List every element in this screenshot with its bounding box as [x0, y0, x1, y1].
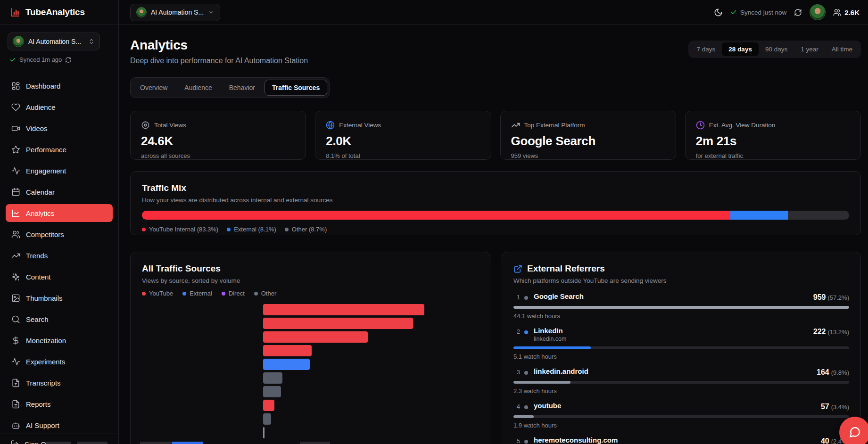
- sidebar-item-calendar[interactable]: Calendar: [6, 183, 113, 201]
- sidebar-item-label: Analytics: [26, 209, 54, 217]
- user-avatar[interactable]: [810, 4, 826, 20]
- referrer-name[interactable]: Google Search: [534, 292, 813, 300]
- traffic-sources-subtitle: Views by source, sorted by volume: [142, 277, 479, 284]
- range-all-time[interactable]: All time: [825, 42, 859, 56]
- tab-overview[interactable]: Overview: [132, 80, 175, 96]
- sidebar-item-monetization[interactable]: Monetization: [6, 331, 113, 349]
- sidebar-item-label: Thumbnails: [26, 294, 63, 302]
- source-bar-row: [142, 386, 479, 397]
- sidebar-item-videos[interactable]: Videos: [6, 119, 113, 137]
- users-icon: [833, 8, 841, 16]
- range-28-days[interactable]: 28 days: [722, 42, 759, 56]
- sidebar-item-thumbnails[interactable]: Thumbnails: [6, 289, 113, 307]
- mix-segment: [730, 211, 787, 220]
- topbar-channel-name: AI Automation S...: [151, 8, 204, 16]
- line-chart-icon: [11, 209, 20, 218]
- mix-legend-item: Other (8.7%): [285, 226, 327, 233]
- source-bar[interactable]: [263, 386, 281, 397]
- sidebar-item-experiments[interactable]: Experiments: [6, 353, 113, 370]
- referrer-dot: [524, 371, 528, 375]
- stat-note: for external traffic: [696, 152, 850, 159]
- stat-label: Ext. Avg. View Duration: [709, 122, 776, 129]
- source-bar-row: [142, 359, 479, 370]
- logo-bar-chart-icon: [9, 7, 21, 18]
- source-bar[interactable]: [263, 359, 310, 370]
- sidebar-item-label: Content: [26, 273, 51, 281]
- source-bar[interactable]: [263, 318, 413, 329]
- topbar-actions: Synced just now 2.6K: [714, 4, 860, 20]
- sidebar-item-label: Experiments: [26, 358, 65, 366]
- tab-audience[interactable]: Audience: [177, 80, 219, 96]
- app-name: TubeAnalytics: [25, 7, 85, 17]
- source-bar[interactable]: [263, 400, 274, 411]
- source-bar-row: [142, 331, 479, 343]
- sources-legend-item: YouTube: [142, 290, 173, 297]
- source-bar[interactable]: [263, 304, 424, 315]
- refresh-icon: [794, 8, 802, 16]
- source-bar-row: [142, 400, 479, 411]
- topbar: AI Automation S... Synced just now: [119, 0, 868, 25]
- legend-label: Direct: [229, 290, 245, 297]
- sidebar-item-analytics[interactable]: Analytics: [6, 204, 113, 222]
- dashboard-icon: [11, 82, 20, 90]
- sidebar-item-dashboard[interactable]: Dashboard: [6, 77, 113, 95]
- mix-segment: [788, 211, 849, 220]
- refresh-button[interactable]: [794, 8, 802, 16]
- source-bar[interactable]: [263, 427, 265, 438]
- mix-segment: [142, 211, 730, 220]
- file-text-icon: [11, 400, 20, 409]
- referrer-dot: [524, 296, 528, 300]
- legend-dot: [182, 292, 186, 296]
- sidebar-item-reports[interactable]: Reports: [6, 395, 113, 413]
- channel-avatar: [136, 7, 147, 17]
- legend-dot: [254, 292, 258, 296]
- source-bar[interactable]: [263, 372, 282, 384]
- sources-legend-item: External: [182, 290, 212, 297]
- range-1-year[interactable]: 1 year: [794, 42, 825, 56]
- sidebar-item-performance[interactable]: Performance: [6, 140, 113, 158]
- referrer-name[interactable]: heremoteconsulting.com: [534, 436, 821, 444]
- sidebar-channel-selector[interactable]: AI Automation S...: [8, 33, 100, 50]
- topbar-sync-status: Synced just now: [730, 9, 786, 16]
- mix-legend-item: External (8.1%): [227, 226, 276, 233]
- clock-icon: [696, 121, 705, 130]
- clipped-bottom-chip: [77, 442, 107, 444]
- source-bar[interactable]: [263, 345, 312, 356]
- all-traffic-sources-card: All Traffic Sources Views by source, sor…: [130, 252, 490, 444]
- referrer-name[interactable]: LinkedIn: [534, 327, 813, 335]
- source-bar[interactable]: [263, 413, 271, 425]
- dark-mode-toggle[interactable]: [714, 8, 723, 17]
- sidebar-item-ai-support[interactable]: AI Support: [6, 416, 113, 434]
- stat-card-total-views: Total Views24.6Kacross all sources: [130, 111, 306, 160]
- refresh-icon[interactable]: [65, 57, 72, 63]
- sources-legend-item: Other: [254, 290, 277, 297]
- sidebar-item-label: Reports: [26, 400, 51, 408]
- source-bar-row: [142, 413, 479, 425]
- referrer-watch-hours: 5.1 watch hours: [513, 353, 849, 360]
- sidebar-item-label: Calendar: [26, 188, 55, 196]
- sidebar: TubeAnalytics AI Automation S... Synced …: [0, 0, 119, 444]
- referrer-item-google-search: 1Google Search959(57.2%)44.1 watch hours: [513, 292, 849, 320]
- chat-support-button[interactable]: [839, 417, 868, 444]
- external-link-icon: [513, 264, 522, 273]
- sidebar-item-audience[interactable]: Audience: [6, 98, 113, 116]
- sidebar-item-content[interactable]: Content: [6, 268, 113, 286]
- sidebar-item-engagement[interactable]: Engagement: [6, 162, 113, 180]
- tab-traffic-sources[interactable]: Traffic Sources: [265, 80, 327, 96]
- heart-icon: [11, 103, 20, 112]
- tab-behavior[interactable]: Behavior: [222, 80, 263, 96]
- sidebar-item-transcripts[interactable]: Transcripts: [6, 374, 113, 392]
- referrer-name[interactable]: youtube: [534, 402, 821, 410]
- sidebar-item-search[interactable]: Search: [6, 310, 113, 328]
- topbar-channel-selector[interactable]: AI Automation S...: [130, 4, 220, 21]
- range-90-days[interactable]: 90 days: [759, 42, 794, 56]
- traffic-mix-legend: YouTube Internal (83.3%)External (8.1%)O…: [142, 226, 849, 233]
- source-bar[interactable]: [263, 331, 368, 343]
- sidebar-item-competitors[interactable]: Competitors: [6, 225, 113, 243]
- referrer-name[interactable]: linkedin.android: [534, 367, 817, 375]
- sidebar-item-trends[interactable]: Trends: [6, 247, 113, 264]
- dollar-icon: [11, 336, 20, 345]
- range-7-days[interactable]: 7 days: [690, 42, 722, 56]
- legend-dot: [142, 292, 146, 296]
- traffic-sources-chart: [142, 304, 479, 438]
